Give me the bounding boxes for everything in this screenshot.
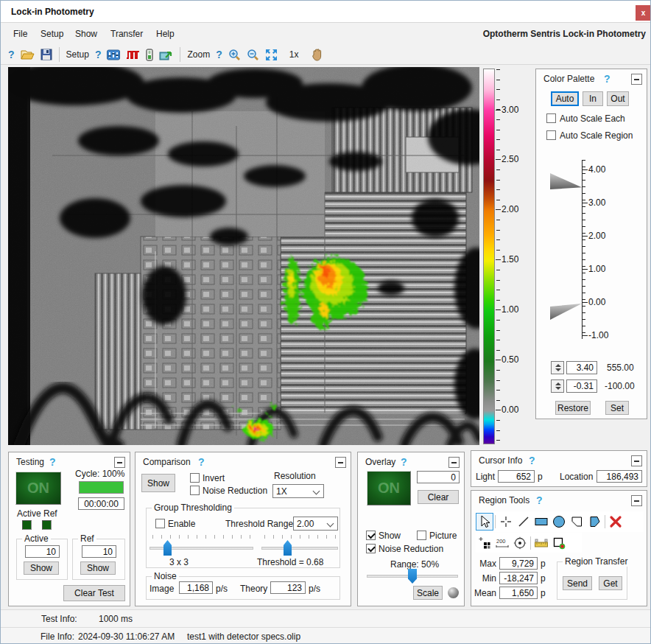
test-timer: 00:00:00 [78, 497, 124, 510]
close-button[interactable]: x [636, 5, 651, 21]
comparison-noise-reduction-checkbox[interactable] [190, 486, 200, 495]
region-tools-help-icon[interactable]: ? [536, 494, 543, 506]
svg-text:200: 200 [496, 538, 506, 545]
active-indicator [22, 520, 32, 530]
testing-on-button[interactable]: ON [15, 472, 61, 505]
save-icon[interactable] [41, 46, 52, 63]
color-palette-help-icon[interactable]: ? [604, 73, 610, 85]
open-file-icon[interactable] [21, 46, 35, 63]
measure-ruler-tool[interactable] [532, 534, 550, 552]
line-tool[interactable] [515, 513, 532, 531]
crosshair-tool[interactable] [497, 513, 515, 531]
invert-checkbox[interactable] [190, 473, 200, 483]
auto-scale-each-checkbox[interactable] [546, 113, 556, 123]
setup-section-label: Setup [66, 49, 89, 60]
in-button[interactable]: In [583, 91, 603, 106]
pixel-region-tool[interactable] [476, 534, 493, 552]
scale-200-tool[interactable]: 200 [493, 534, 511, 552]
zoom-in-icon[interactable] [228, 46, 241, 63]
camera-settings-icon[interactable] [107, 46, 120, 63]
resolution-select[interactable]: 1X [272, 484, 324, 498]
overlay-clear-button[interactable]: Clear [418, 490, 459, 504]
min-label: Min [477, 573, 496, 584]
enable-checkbox[interactable] [155, 519, 165, 528]
threshold-slider-groove[interactable] [261, 547, 338, 550]
grid-slider-thumb[interactable] [163, 540, 172, 556]
menu-transfer[interactable]: Transfer [110, 29, 143, 39]
auto-scale-region-checkbox[interactable] [546, 130, 556, 140]
polygon-tool[interactable] [585, 513, 603, 531]
region-transfer-group: Region Transfer Send Get [557, 561, 627, 600]
ellipse-tool[interactable] [550, 513, 568, 531]
colorbar-tick-label: 3.00 [502, 105, 531, 115]
rectangle-tool[interactable] [532, 513, 550, 531]
palette-scale-ticks [583, 160, 585, 339]
window-title: Lock-in Photometry [11, 7, 94, 17]
auto-button[interactable]: Auto [551, 91, 579, 106]
comparison-help-icon[interactable]: ? [198, 456, 205, 468]
overlay-scale-button[interactable]: Scale [413, 586, 443, 600]
cursor-info-help-icon[interactable]: ? [529, 455, 535, 466]
threshold-slider-thumb[interactable] [284, 540, 292, 556]
set-button[interactable]: Set [605, 401, 629, 415]
lockin-signal-icon[interactable] [126, 46, 140, 63]
palette-lower-handle[interactable] [550, 304, 582, 320]
ref-show-button[interactable]: Show [80, 561, 116, 575]
out-button[interactable]: Out [607, 91, 629, 106]
overlay-sphere-icon[interactable] [448, 587, 459, 598]
polyline-tool[interactable] [568, 513, 585, 531]
colorbar-tick-label: 1.50 [502, 254, 531, 265]
restore-button[interactable]: Restore [555, 401, 591, 415]
get-button[interactable]: Get [599, 576, 622, 590]
upper-limit-spinner[interactable] [551, 361, 564, 374]
overlay-noise-reduction-checkbox[interactable] [366, 544, 376, 553]
testing-minimize-button[interactable] [114, 457, 125, 468]
comparison-minimize-button[interactable] [335, 457, 346, 468]
overlay-count-field[interactable]: 0 [417, 471, 460, 483]
palette-upper-handle[interactable] [550, 173, 582, 189]
overlay-range-thumb[interactable] [408, 569, 417, 584]
zoom-fit-icon[interactable] [265, 46, 278, 63]
cursor-info-panel: Cursor Info ? Light 652 p Location 186,4… [471, 450, 647, 487]
device-status-icon[interactable] [146, 46, 153, 63]
color-palette-minimize-button[interactable] [631, 74, 642, 85]
overlay-picture-checkbox[interactable] [417, 531, 426, 540]
clear-test-button[interactable]: Clear Test [63, 585, 125, 601]
menu-setup[interactable]: Setup [41, 29, 63, 39]
menu-file[interactable]: File [13, 29, 27, 39]
delete-region-tool[interactable] [607, 513, 624, 531]
thermal-image-view[interactable] [8, 67, 479, 445]
lower-limit-field[interactable]: -0.31 [566, 379, 597, 393]
pan-hand-icon[interactable] [312, 46, 323, 63]
overlay-on-button[interactable]: ON [367, 471, 411, 505]
active-show-button[interactable]: Show [24, 561, 59, 575]
comparison-show-button[interactable]: Show [141, 474, 175, 492]
image-transfer-icon[interactable] [159, 46, 173, 63]
zoom-help-icon[interactable]: ? [216, 46, 222, 63]
upper-limit-field[interactable]: 3.40 [566, 361, 597, 374]
overlay-show-checkbox[interactable] [366, 531, 376, 540]
region-tools-minimize-button[interactable] [631, 495, 642, 506]
testing-help-icon[interactable]: ? [49, 456, 56, 468]
help-icon[interactable]: ? [8, 46, 15, 63]
overlay-range-label: Range: 50% [390, 559, 439, 570]
cursor-info-minimize-button[interactable] [631, 455, 642, 466]
file-info-name: test1 with detector specs.olip [187, 631, 300, 642]
lower-limit-spinner[interactable] [551, 379, 564, 393]
menu-help[interactable]: Help [156, 29, 175, 39]
overlay-help-icon[interactable]: ? [401, 456, 407, 468]
active-count-field[interactable]: 10 [25, 545, 60, 558]
grid-slider-ticks [152, 535, 251, 539]
ref-count-field[interactable]: 10 [82, 545, 116, 558]
region-anchor-tool[interactable] [550, 534, 568, 552]
overlay-minimize-button[interactable] [448, 457, 460, 468]
send-button[interactable]: Send [563, 576, 592, 590]
setup-help-icon[interactable]: ? [95, 46, 102, 63]
zoom-out-icon[interactable] [247, 46, 259, 63]
select-cursor-tool[interactable] [476, 513, 493, 531]
center-target-tool[interactable] [511, 534, 529, 552]
max-unit: p [541, 559, 546, 569]
menu-show[interactable]: Show [75, 29, 97, 39]
active-indicator-label: Active [17, 508, 41, 519]
threshold-range-select[interactable]: 2.00 [293, 517, 338, 531]
